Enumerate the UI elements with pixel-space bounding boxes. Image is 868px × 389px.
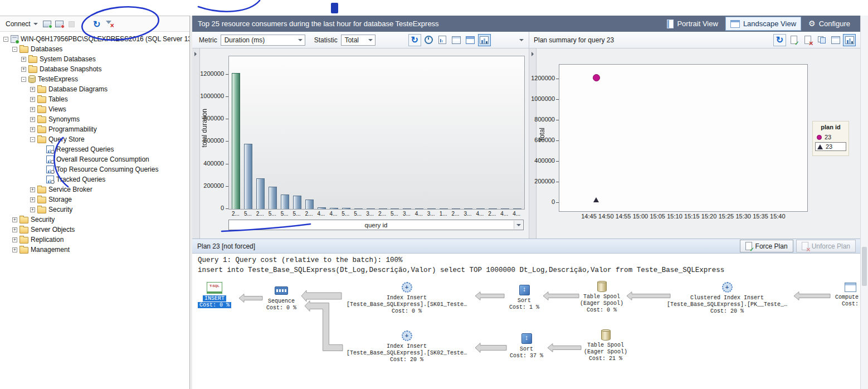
bar-query-1[interactable] [232, 73, 240, 209]
force-plan-icon[interactable] [787, 34, 800, 46]
expand-icon[interactable]: + [30, 187, 35, 192]
plan-node-sort-2[interactable]: SortCost: 37 % [510, 332, 543, 359]
chevron-down-icon[interactable] [514, 221, 523, 229]
force-plan-button[interactable]: Force Plan [740, 240, 793, 252]
bar-query-2[interactable] [244, 144, 252, 209]
expand-icon[interactable]: + [30, 87, 35, 92]
bar-query-12[interactable] [367, 208, 375, 209]
landscape-view-button[interactable]: Landscape View [725, 17, 801, 31]
disconnect-server-icon[interactable] [54, 18, 65, 30]
bar-query-11[interactable] [354, 208, 363, 209]
expand-icon[interactable]: + [30, 117, 35, 122]
time-settings-icon[interactable] [422, 34, 435, 46]
bar-query-17[interactable] [427, 208, 436, 209]
tree-item-win-q6h17956pbc-sqlexpress2016-sql-server-13-0[interactable]: -WIN-Q6H17956PBC\SQLEXPRESS2016 (SQL Ser… [0, 34, 189, 44]
expand-icon[interactable]: + [12, 217, 17, 222]
collapse-icon[interactable]: - [21, 77, 26, 82]
refresh-icon[interactable] [773, 34, 786, 46]
bar-query-4[interactable] [269, 187, 277, 209]
plan-node-table-spool-1[interactable]: Table Spool(Eager Spool)Cost: 0 % [580, 281, 623, 314]
legend-item-plan-23[interactable]: 23 [815, 142, 846, 151]
expand-icon[interactable]: + [30, 207, 35, 212]
plan-node-sort-1[interactable]: SortCost: 1 % [509, 284, 539, 311]
bar-query-23[interactable] [501, 208, 509, 209]
tree-item-views[interactable]: +Views [0, 104, 189, 114]
stop-icon[interactable] [66, 18, 77, 30]
plan-node-compute-scalar[interactable]: Compute SCost: [835, 281, 861, 308]
tree-item-regressed-queries[interactable]: Regressed Queries [0, 144, 189, 154]
tree-item-overall-resource-consumption[interactable]: Overall Resource Consumption [0, 154, 189, 164]
plan-point-circle-23[interactable] [593, 74, 600, 81]
tree-item-system-databases[interactable]: +System Databases [0, 54, 189, 64]
compare-plans-icon[interactable] [815, 34, 828, 46]
plan-node-index-insert-sk01[interactable]: Index Insert[Teste_Base_SQLExpress].[SK0… [347, 281, 467, 315]
x-axis-field-combobox[interactable]: query id [228, 220, 524, 230]
collapse-icon[interactable]: - [30, 137, 35, 142]
tree-item-programmability[interactable]: +Programmability [0, 124, 189, 134]
tree-item-query-store[interactable]: -Query Store [0, 134, 189, 144]
expand-icon[interactable]: + [21, 57, 26, 62]
collapse-icon[interactable]: - [3, 37, 8, 42]
plan-node-clustered-index-insert[interactable]: Clustered Index Insert[Teste_Base_SQLExp… [667, 281, 787, 315]
track-query-icon[interactable] [436, 34, 449, 46]
expand-icon[interactable]: + [12, 227, 17, 232]
tree-item-synonyms[interactable]: +Synonyms [0, 114, 189, 124]
view-grid-icon[interactable] [450, 34, 463, 46]
tree-item-top-resource-consuming-queries[interactable]: Top Resource Consuming Queries [0, 164, 189, 174]
bar-query-13[interactable] [379, 208, 387, 209]
bar-query-7[interactable] [305, 200, 314, 209]
toolbar-overflow-button[interactable] [518, 35, 525, 46]
tree-item-database-diagrams[interactable]: +Database Diagrams [0, 84, 189, 94]
filter-clear-icon[interactable] [104, 18, 115, 29]
tree-item-security[interactable]: +Security [0, 215, 189, 225]
expand-icon[interactable]: + [12, 247, 17, 252]
plan-node-insert[interactable]: INSERTCost: 0 % [198, 282, 231, 309]
bar-query-18[interactable] [440, 208, 448, 209]
expand-icon[interactable]: + [12, 237, 17, 242]
plan-node-table-spool-2[interactable]: Table Spool(Eager Spool)Cost: 21 % [584, 329, 627, 362]
tree-item-tables[interactable]: +Tables [0, 94, 189, 104]
view-table-icon[interactable] [464, 34, 477, 46]
bar-query-8[interactable] [318, 207, 326, 209]
expand-icon[interactable]: + [30, 197, 35, 202]
tree-item-tracked-queries[interactable]: Tracked Queries [0, 174, 189, 184]
expand-icon[interactable]: + [30, 127, 35, 132]
tree-item-database-snapshots[interactable]: +Database Snapshots [0, 64, 189, 74]
bar-query-19[interactable] [452, 208, 460, 209]
bar-query-16[interactable] [415, 208, 423, 209]
tree-item-replication[interactable]: +Replication [0, 235, 189, 245]
unforce-plan-icon[interactable] [801, 34, 814, 46]
statistic-dropdown[interactable]: Total [341, 35, 376, 46]
plan-node-sequence[interactable]: SequenceCost: 0 % [266, 284, 296, 312]
legend-item-plan-23[interactable]: 23 [815, 133, 846, 141]
unforce-plan-button[interactable]: Unforce Plan [796, 240, 856, 252]
view-chart-icon[interactable] [478, 34, 491, 46]
vertical-scrollbar[interactable] [860, 16, 868, 389]
tree-item-service-broker[interactable]: +Service Broker [0, 184, 189, 194]
portrait-view-button[interactable]: Portrait View [662, 17, 723, 31]
tree-item-server-objects[interactable]: +Server Objects [0, 225, 189, 235]
tree-item-storage[interactable]: +Storage [0, 194, 189, 205]
bar-query-5[interactable] [281, 194, 289, 209]
view-chart-icon[interactable] [843, 34, 856, 46]
configure-button[interactable]: Configure [803, 17, 855, 31]
bar-query-20[interactable] [464, 208, 472, 209]
metric-dropdown[interactable]: Duration (ms) [221, 35, 305, 46]
bar-query-24[interactable] [513, 208, 521, 209]
scrollbar-thumb[interactable] [862, 247, 867, 286]
tree-item-testeexpress[interactable]: -TesteExpress [0, 74, 189, 84]
bar-query-10[interactable] [342, 208, 350, 209]
bar-query-3[interactable] [256, 178, 265, 209]
refresh-icon[interactable] [408, 34, 421, 46]
collapse-icon[interactable]: - [12, 47, 17, 52]
execution-plan-canvas[interactable]: INSERTCost: 0 %SequenceCost: 0 %Index In… [192, 277, 861, 389]
expand-icon[interactable]: + [30, 97, 35, 102]
bar-query-21[interactable] [476, 208, 485, 209]
plan-point-triangle-23[interactable] [593, 197, 599, 202]
expand-icon[interactable]: + [21, 67, 26, 72]
tree-item-databases[interactable]: -Databases [0, 44, 189, 54]
tree-item-security[interactable]: +Security [0, 205, 189, 215]
tree-item-management[interactable]: +Management [0, 245, 189, 255]
connect-button[interactable]: Connect [2, 19, 41, 29]
bar-query-6[interactable] [293, 196, 301, 209]
